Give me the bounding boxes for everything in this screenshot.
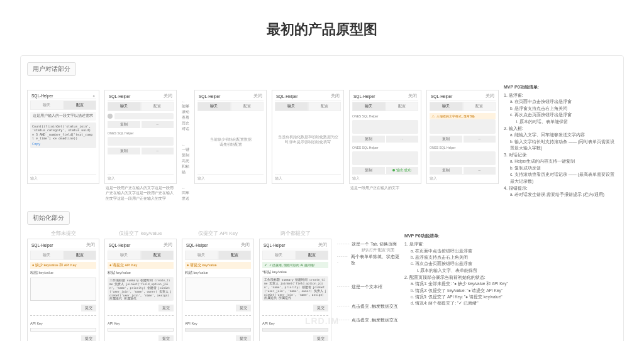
check-icon: ✓ (264, 263, 267, 267)
mockup-3: SQL-Helper关闭 聊天配置 当前缺少初始化配置数据 请先初始配置 输入 (194, 90, 267, 184)
mockup-4: SQL-Helper关闭 聊天配置 当没有初始化数据和初始化数据为空时,弹出提示… (272, 90, 344, 184)
init-mock-1: SQL-Helper关闭 聊天配置 ● 缺少 key/value 和 API K… (27, 239, 99, 341)
tab-chat[interactable]: 聊天 (30, 100, 64, 110)
avatar-icon (108, 114, 113, 119)
empty-state: 当前缺少初始化配置数据 请先初始配置 (197, 132, 264, 153)
close-icon[interactable]: × (92, 94, 95, 98)
code-block: Count(if(joinGet('status_join', 'status_… (30, 122, 96, 148)
status-ready: ✓✓ 已就绪, 现在可以向 AI 提问啦! (262, 262, 328, 268)
section-label-init: 初始化部分 (27, 211, 70, 225)
kv-input[interactable] (30, 278, 96, 301)
init-mock-2: SQL-Helper关闭 聊天配置 ● 请提交 API Key 粘贴 key/v… (104, 239, 177, 341)
dialog-row: SQL-Helper× 聊天配置 这是用户输入的一段文字以描述需求 Count(… (27, 81, 617, 202)
mock-title: SQL-Helper (31, 94, 53, 98)
success-badge: 输出成功 (386, 167, 419, 174)
tab-config[interactable]: 配置 (64, 100, 97, 110)
mock2-caption: 这是一段用户正在输入的文字这是一段用户正在输入的文字这是一段用户正在输入的文字这… (104, 184, 177, 202)
init-side-notes: -------这是一个 Tab, 切换页面 默认打开"配置"页面 -------… (336, 230, 399, 323)
init-label-1: 全部未提交 (51, 230, 76, 236)
mockup-5: SQL-Helper关闭 聊天配置 ONES SQL Helper 复制··· … (349, 90, 421, 184)
init-mock-3: SQL-Helper关闭 聊天配置 ● 请提交 key/value 粘贴 key… (182, 239, 254, 341)
warning-bar: ⚠⚠ 报错的文字样式, 最常8条 (430, 113, 496, 119)
user-message: 这是用户输入的一段文字以描述需求 (30, 112, 96, 121)
mockup-6: SQL-Helper关闭 聊天配置 ⚠⚠ 报错的文字样式, 最常8条 复制···… (426, 90, 499, 184)
copy-button[interactable]: 复制 (108, 121, 140, 128)
status-need-apikey: ● 请提交 API Key (108, 262, 174, 269)
init-label-2: 仅提交了 key/value (119, 230, 162, 236)
mockup-1: SQL-Helper× 聊天配置 这是用户输入的一段文字以描述需求 Count(… (27, 90, 99, 184)
apikey-input[interactable] (30, 328, 96, 332)
arrow-annotations: 能够滚动查看历史对话 一键复制高亮和粘贴 回车发送 (182, 81, 189, 202)
mvp-annotations-1: MVP P0功能清单: 1. 悬浮窗: a. 在页面中点击按钮呼出悬浮窗 b. … (504, 81, 617, 201)
status-missing: ● 缺少 key/value 和 API Key (30, 262, 96, 269)
prototype-canvas: 用户对话部分 SQL-Helper× 聊天配置 这是用户输入的一段文字以描述需求… (20, 55, 624, 341)
submit-button[interactable]: 提交 (81, 305, 96, 311)
mockup-2: SQL-Helper关闭 聊天配置 复制··· ONES SQL Helper … (104, 90, 177, 184)
init-label-3: 仅提交了 API Key (198, 230, 238, 236)
mock5-caption: 这是一段用户正在输入的文字 (349, 184, 421, 192)
page-title: 最初的产品原型图 (0, 0, 644, 55)
ones-label: ONES SQL Helper (108, 131, 174, 135)
watermark: LRD.IM (305, 316, 339, 326)
warning-icon: ⚠ (431, 114, 435, 118)
init-label-4: 两个都提交了 (280, 230, 311, 236)
section-label-dialog: 用户对话部分 (27, 62, 76, 76)
mvp-annotations-2: MVP P0功能清单: 1. 悬浮窗: a. 在页面中点击按钮呼出悬浮窗 b. … (404, 230, 617, 310)
empty-state-2: 当没有初始化数据和初始化数据为空时,弹出提示强制初始化填写 (275, 129, 341, 150)
kv-filled: 工作项标题 summary 创建时间 create_time 负责人 joinG… (108, 277, 174, 301)
status-need-kv: ● 请提交 key/value (185, 262, 251, 269)
input-area[interactable]: 输入 (30, 174, 96, 181)
copy-link[interactable]: Copy (32, 142, 94, 146)
close-text[interactable]: 关闭 (164, 94, 172, 99)
